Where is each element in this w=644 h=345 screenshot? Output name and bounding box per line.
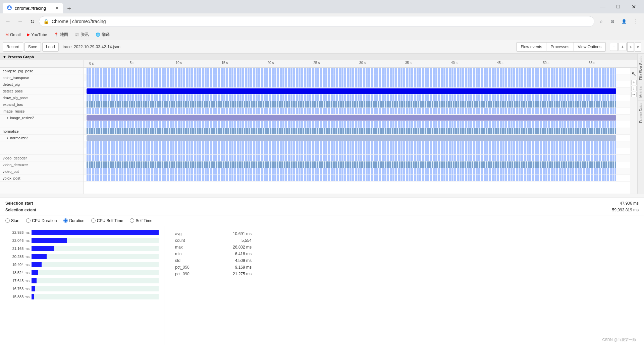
view-options-button[interactable]: View Options: [574, 42, 606, 52]
hist-row-6: 17.643 ms: [5, 277, 159, 284]
hist-row-7: 16.763 ms: [5, 285, 159, 292]
bar-row-video-out[interactable]: [84, 168, 630, 175]
radio-cpu-duration-input[interactable]: [26, 218, 31, 223]
record-button[interactable]: Record: [3, 42, 23, 52]
cursor-icon[interactable]: ↖: [630, 69, 637, 79]
selection-start-label: Selection start: [5, 201, 33, 206]
radio-cpu-self-time[interactable]: CPU Self Time: [91, 218, 123, 223]
stats-options-row: Start CPU Duration Duration CPU Self Tim…: [0, 215, 644, 226]
bar-row-5[interactable]: [84, 101, 630, 108]
flow-events-button[interactable]: Flow events: [516, 42, 546, 52]
zoom-in-button[interactable]: +: [619, 43, 627, 51]
radio-self-time-label: Self Time: [136, 218, 152, 223]
triangle-image-resize2[interactable]: ▸: [7, 116, 9, 120]
radio-self-time[interactable]: Self Time: [130, 218, 152, 223]
bookmark-youtube[interactable]: ▶ YouTube: [24, 31, 50, 39]
load-button[interactable]: Load: [42, 42, 59, 52]
bookmark-gmail[interactable]: M Gmail: [3, 31, 23, 39]
bar-row-detect-pose[interactable]: [84, 88, 630, 94]
fit-button[interactable]: ↔: [631, 92, 637, 97]
ruler-mark-35s: 35 s: [405, 60, 412, 65]
minimize-button[interactable]: ―: [595, 0, 610, 13]
hist-bar-2: [32, 246, 54, 251]
tab-close-button[interactable]: ✕: [55, 5, 59, 11]
stats-content: 22.926 ms 22.046 ms 21.165 ms: [0, 226, 644, 345]
bookmark-news[interactable]: 📰 资讯: [72, 31, 92, 39]
hist-bar-bg-5: [32, 270, 159, 275]
hist-label-3: 20.285 ms: [5, 255, 30, 259]
radio-cpu-duration[interactable]: CPU Duration: [26, 218, 57, 223]
radio-cpu-self-time-label: CPU Self Time: [97, 218, 123, 223]
bar-row-video-demuxer[interactable]: [84, 161, 630, 168]
radio-self-time-input[interactable]: [130, 218, 134, 223]
process-labels: collapse_pig_pose color_transpose detect…: [0, 68, 84, 194]
bar-row-2[interactable]: [84, 81, 630, 88]
ruler-mark-15s: 15 s: [222, 60, 228, 65]
pan-up-button[interactable]: +: [631, 80, 637, 85]
refresh-button[interactable]: ↻: [27, 16, 38, 27]
hist-bar-7: [32, 286, 35, 291]
active-tab[interactable]: chrome://tracing ✕: [3, 3, 63, 13]
triangle-normalize2[interactable]: ▸: [7, 136, 9, 140]
bar-row-video-decoder[interactable]: [84, 155, 630, 161]
bar-row-4[interactable]: [84, 94, 630, 101]
side-tab-file-size[interactable]: File Size Stats: [638, 54, 644, 83]
profile-button[interactable]: 👤: [619, 16, 629, 27]
side-tab-frame-data[interactable]: Frame Data: [638, 100, 644, 126]
forward-button[interactable]: →: [15, 16, 25, 27]
hist-bar-bg-8: [32, 294, 159, 299]
ruler-spacer: [0, 60, 84, 67]
bookmark-star-button[interactable]: ☆: [596, 16, 606, 27]
ruler-mark-20s: 20 s: [267, 60, 274, 65]
zoom-out-button[interactable]: −: [610, 43, 618, 51]
save-button[interactable]: Save: [24, 42, 41, 52]
bar-row-9a[interactable]: [84, 135, 630, 141]
processes-button[interactable]: Processes: [546, 42, 574, 52]
radio-cpu-self-time-input[interactable]: [91, 218, 96, 223]
pan-down-button[interactable]: ↓: [631, 86, 637, 91]
process-graph-header[interactable]: ▼ Process Graph: [0, 54, 637, 60]
radio-duration[interactable]: Duration: [63, 218, 84, 223]
stat-val-min: 6.418 ms: [211, 252, 252, 256]
stat-key-pct090: pct_090: [175, 272, 209, 276]
normalize2-bar: [87, 135, 616, 141]
timeline-ruler: 0 s 5 s 10 s 15 s 20 s 25 s 30 s 35 s 40…: [84, 60, 624, 67]
histogram-area: 22.926 ms 22.046 ms 21.165 ms: [0, 226, 164, 345]
hist-label-4: 19.404 ms: [5, 263, 30, 267]
bar-row-7a[interactable]: [84, 115, 630, 121]
bar-row-8[interactable]: [84, 128, 630, 135]
bar-row-0[interactable]: [84, 68, 630, 74]
timeline-bars-area[interactable]: [84, 68, 630, 194]
chevron-left-button[interactable]: «: [627, 42, 634, 52]
radio-start[interactable]: Start: [5, 218, 19, 223]
window-controls: ― □ ✕: [595, 0, 641, 13]
close-window-button[interactable]: ✕: [626, 0, 641, 13]
browser-menu-button[interactable]: ⋮: [631, 16, 641, 27]
side-tab-metrics[interactable]: Metrics: [638, 83, 644, 100]
address-bar[interactable]: 🔒 Chrome | chrome://tracing: [39, 16, 594, 27]
radio-start-input[interactable]: [5, 218, 10, 223]
split-view-button[interactable]: ⊡: [607, 16, 618, 27]
stat-key-pct050: pct_050: [175, 265, 209, 270]
bar-row-7b[interactable]: [84, 121, 630, 128]
bar-row-9b[interactable]: [84, 141, 630, 148]
address-bar-row: ← → ↻ 🔒 Chrome | chrome://tracing ☆ ⊡ 👤 …: [0, 13, 644, 29]
maximize-button[interactable]: □: [610, 0, 626, 13]
bar-row-6[interactable]: [84, 108, 630, 115]
horizontal-scrollbar[interactable]: [0, 194, 644, 198]
bar-row-yolox-post[interactable]: [84, 175, 630, 182]
chevron-right-button[interactable]: »: [635, 42, 641, 52]
bookmark-translate[interactable]: 🌐 翻译: [93, 31, 112, 39]
label-detect-pose: detect_pose: [0, 88, 84, 94]
radio-duration-input[interactable]: [63, 218, 68, 223]
bottom-section: Selection start 47.906 ms Selection exte…: [0, 198, 644, 345]
back-button[interactable]: ←: [3, 16, 13, 27]
bar-row-10[interactable]: [84, 148, 630, 155]
hist-bar-bg-0: [32, 230, 159, 235]
new-tab-button[interactable]: +: [64, 4, 74, 13]
bookmark-maps[interactable]: 📍 地图: [51, 31, 71, 39]
label-yolox-post: yolox_post: [0, 175, 84, 182]
bar-row-1[interactable]: [84, 74, 630, 81]
ruler-mark-45s: 45 s: [497, 60, 503, 65]
image-resize2-bar: [87, 115, 616, 121]
